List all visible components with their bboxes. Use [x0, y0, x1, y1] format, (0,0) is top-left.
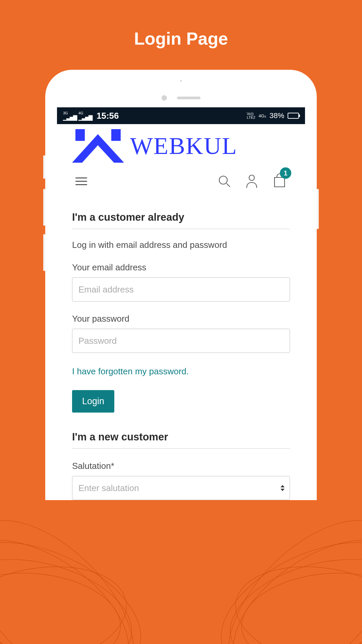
login-button[interactable]: Login [72, 390, 114, 413]
salutation-label: Salutation* [72, 461, 290, 471]
phone-frame: 3G▁▃▅▇ 4G▁▃▅▇ 15:56 Vo)) LTE2 4G₂ 38% [45, 70, 317, 500]
svg-point-5 [0, 491, 163, 644]
forgot-password-link[interactable]: I have forgotten my password. [72, 366, 290, 377]
svg-point-3 [0, 512, 153, 644]
svg-line-16 [227, 183, 230, 187]
salutation-placeholder: Enter salutation [78, 483, 139, 493]
net-label: 4G₂ [259, 113, 266, 118]
svg-point-10 [228, 553, 362, 644]
svg-point-1 [0, 516, 161, 644]
salutation-select[interactable]: Enter salutation [72, 476, 290, 500]
battery-icon [288, 113, 299, 119]
svg-point-6 [218, 541, 362, 644]
svg-point-4 [0, 553, 134, 644]
phone-notch [45, 76, 317, 107]
cart-button[interactable]: 1 [273, 173, 287, 190]
svg-rect-13 [75, 129, 85, 141]
account-icon[interactable] [245, 174, 258, 189]
signal-4g: 4G▁▃▅▇ [78, 111, 92, 120]
svg-point-15 [219, 176, 227, 184]
email-label: Your email address [72, 262, 290, 273]
login-section-header: I'm a customer already [72, 211, 290, 229]
lte-label: Vo)) LTE2 [247, 112, 255, 119]
svg-point-8 [238, 566, 362, 644]
signal-3g: 3G▁▃▅▇ [63, 111, 76, 120]
svg-point-0 [0, 541, 144, 644]
svg-point-7 [201, 516, 362, 644]
brand-name: WEBKUL [130, 132, 237, 160]
register-section-header: I'm a new customer [72, 431, 290, 449]
battery-percent: 38% [269, 111, 284, 120]
login-section-sub: Log in with email address and password [72, 240, 290, 250]
password-input[interactable] [72, 329, 290, 353]
email-input[interactable] [72, 277, 290, 302]
page-title: Login Page [0, 0, 362, 49]
brand-logo[interactable]: WEBKUL [72, 124, 290, 164]
status-time: 15:56 [97, 111, 119, 121]
password-label: Your password [72, 314, 290, 324]
logo-mark-icon [72, 129, 124, 163]
phone-screen: 3G▁▃▅▇ 4G▁▃▅▇ 15:56 Vo)) LTE2 4G₂ 38% [57, 107, 305, 500]
svg-point-9 [209, 512, 362, 644]
svg-point-2 [0, 566, 124, 644]
status-bar: 3G▁▃▅▇ 4G▁▃▅▇ 15:56 Vo)) LTE2 4G₂ 38% [57, 107, 305, 124]
svg-point-17 [249, 175, 254, 180]
svg-point-11 [199, 491, 362, 644]
toolbar: 1 [72, 164, 290, 195]
svg-rect-14 [111, 129, 121, 141]
search-icon[interactable] [218, 174, 231, 188]
cart-badge: 1 [280, 167, 291, 179]
hamburger-icon[interactable] [75, 177, 87, 185]
